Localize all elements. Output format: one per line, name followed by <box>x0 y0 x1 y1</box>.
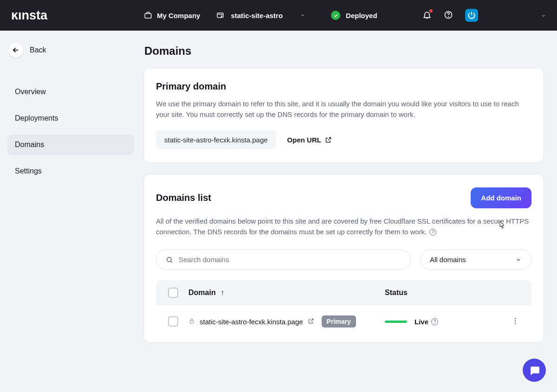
sidebar-item-domains[interactable]: Domains <box>7 135 134 155</box>
domains-table: Domain ↑ Status static-site-astro-fecxk.… <box>156 280 531 338</box>
sort-arrow-up-icon: ↑ <box>220 289 224 296</box>
filter-dropdown[interactable]: All domains <box>420 249 531 270</box>
add-domain-button[interactable]: Add domain <box>471 187 531 208</box>
deploy-status: Deployed <box>326 9 382 22</box>
main-content: Domains Primary domain We use the primar… <box>142 31 557 392</box>
header-menu[interactable] <box>541 12 546 19</box>
user-avatar[interactable] <box>465 9 478 22</box>
site-name: static-site-astro <box>231 12 283 19</box>
sidebar-item-settings[interactable]: Settings <box>7 161 134 181</box>
site-switcher[interactable]: static-site-astro <box>211 9 311 21</box>
table-row: static-site-astro-fecxk.kinsta.page Prim… <box>156 305 531 338</box>
primary-domain-card: Primary domain We use the primary domain… <box>143 68 544 163</box>
row-checkbox[interactable] <box>168 316 178 327</box>
column-status: Status <box>385 289 501 297</box>
notification-dot <box>429 9 433 13</box>
open-url-link[interactable]: Open URL <box>287 136 332 144</box>
select-all-checkbox[interactable] <box>168 288 178 298</box>
search-domains[interactable] <box>156 249 411 270</box>
sidebar: Back Overview Deployments Domains Settin… <box>0 31 142 392</box>
chevron-down-icon <box>541 13 546 18</box>
back-label: Back <box>30 46 46 54</box>
primary-badge: Primary <box>322 315 356 328</box>
external-link-icon[interactable] <box>308 318 314 326</box>
help-circle-icon <box>444 10 453 19</box>
help-button[interactable] <box>444 10 453 21</box>
svg-point-4 <box>167 257 171 261</box>
notifications-button[interactable] <box>422 10 432 21</box>
sidebar-item-overview[interactable]: Overview <box>7 82 134 102</box>
chevron-down-icon <box>515 257 522 263</box>
help-icon[interactable]: ? <box>429 229 436 236</box>
list-card-title: Domains list <box>156 193 211 203</box>
lock-icon <box>188 318 195 326</box>
primary-card-title: Primary domain <box>156 81 531 92</box>
chevron-down-icon <box>298 11 307 19</box>
page-title: Domains <box>144 45 544 58</box>
sidebar-item-deployments[interactable]: Deployments <box>7 108 134 129</box>
table-header: Domain ↑ Status <box>156 280 531 305</box>
chat-launcher[interactable] <box>523 359 546 382</box>
search-input[interactable] <box>178 255 401 264</box>
company-switcher[interactable]: My Company <box>139 9 205 21</box>
check-circle-icon <box>331 11 340 20</box>
svg-rect-5 <box>190 321 194 323</box>
list-card-desc: All of the verified domains below point … <box>156 216 531 238</box>
help-icon[interactable]: ? <box>431 318 438 325</box>
primary-domain-value: static-site-astro-fecxk.kinsta.page <box>156 130 276 149</box>
external-link-icon <box>325 136 332 143</box>
open-url-label: Open URL <box>287 136 321 144</box>
svg-point-3 <box>448 16 449 17</box>
logo: ĸınsta <box>11 8 47 23</box>
search-icon <box>166 256 173 263</box>
app-header: ĸınsta My Company static-site-astro Depl… <box>0 0 557 31</box>
column-domain[interactable]: Domain ↑ <box>188 289 385 297</box>
back-button[interactable] <box>8 43 23 58</box>
dots-vertical-icon <box>511 317 519 325</box>
svg-point-8 <box>515 322 516 324</box>
briefcase-icon <box>144 11 152 19</box>
arrow-left-icon <box>12 46 20 54</box>
site-icon <box>216 11 224 19</box>
row-status: Live <box>415 318 428 326</box>
status-indicator <box>385 321 407 323</box>
filter-value: All domains <box>430 256 466 263</box>
domains-list-card: Domains list Add domain All of the verif… <box>143 174 544 343</box>
svg-rect-1 <box>217 13 223 17</box>
status-text: Deployed <box>346 12 377 19</box>
chat-icon <box>529 365 540 376</box>
power-icon <box>467 11 476 20</box>
svg-rect-0 <box>145 13 151 18</box>
primary-card-desc: We use the primary domain to refer to th… <box>156 98 531 120</box>
svg-point-6 <box>515 318 516 319</box>
company-name: My Company <box>157 12 200 19</box>
svg-point-7 <box>515 320 516 321</box>
row-domain-name[interactable]: static-site-astro-fecxk.kinsta.page <box>200 318 303 326</box>
row-actions-button[interactable] <box>511 319 519 327</box>
